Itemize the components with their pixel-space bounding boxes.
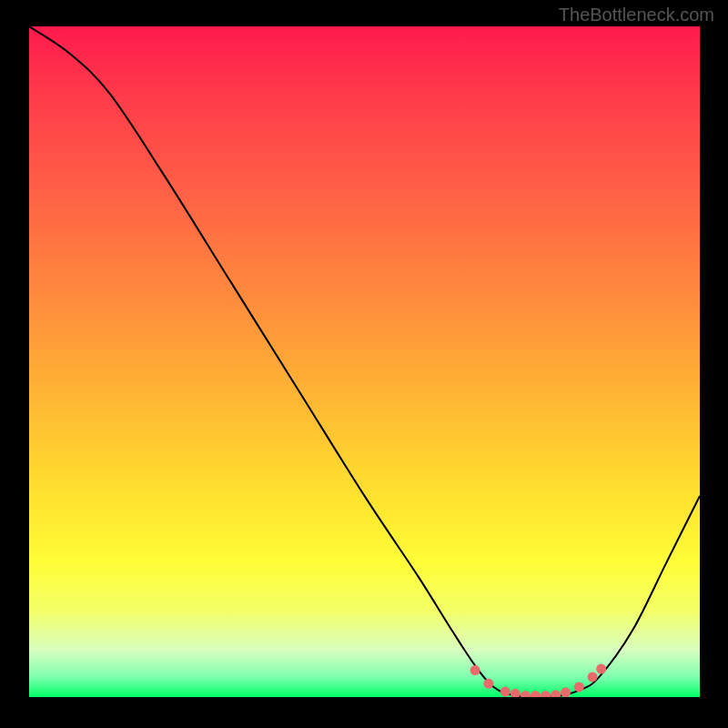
watermark: TheBottleneck.com bbox=[559, 5, 714, 25]
marker-dot bbox=[470, 665, 480, 675]
marker-dot bbox=[561, 687, 571, 697]
marker-dot bbox=[531, 691, 541, 697]
marker-dot bbox=[574, 682, 584, 692]
bottleneck-curve-line bbox=[29, 26, 700, 697]
chart-svg bbox=[29, 26, 700, 697]
chart-plot-area bbox=[29, 26, 700, 697]
bottom-markers-group bbox=[470, 664, 607, 697]
marker-dot bbox=[551, 690, 561, 697]
marker-dot bbox=[483, 679, 493, 689]
marker-dot bbox=[500, 687, 511, 697]
marker-dot bbox=[588, 672, 598, 682]
marker-dot bbox=[511, 689, 521, 697]
marker-dot bbox=[521, 691, 531, 697]
marker-dot bbox=[541, 691, 551, 697]
marker-dot bbox=[596, 664, 606, 674]
